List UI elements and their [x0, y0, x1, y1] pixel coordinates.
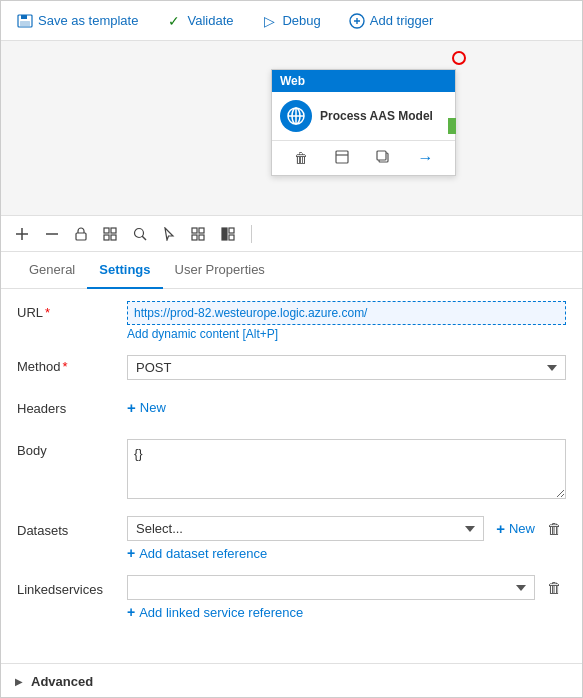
- card-copy-button[interactable]: [372, 148, 394, 169]
- zoom-tool-button[interactable]: [129, 225, 151, 243]
- main-content: General Settings User Properties URL* Ad…: [1, 252, 582, 698]
- debug-button[interactable]: ▷ Debug: [257, 11, 324, 31]
- tabs-header: General Settings User Properties: [1, 252, 582, 289]
- headers-content: + New: [127, 397, 566, 418]
- datasets-select[interactable]: Select...: [127, 516, 484, 541]
- trigger-icon: [349, 13, 365, 29]
- body-label: Body: [17, 439, 127, 458]
- method-select[interactable]: POST GET PUT DELETE PATCH HEAD OPTIONS: [127, 355, 566, 380]
- lock-tool-button[interactable]: [71, 225, 91, 243]
- card-delete-button[interactable]: 🗑: [290, 148, 312, 168]
- tab-settings[interactable]: Settings: [87, 252, 162, 289]
- datasets-row: Datasets Select... + New 🗑 + Add dataset…: [17, 516, 566, 561]
- advanced-chevron-icon: ▶: [15, 676, 23, 687]
- add-tool-button[interactable]: [11, 225, 33, 243]
- svg-rect-19: [111, 235, 116, 240]
- svg-rect-23: [199, 228, 204, 233]
- add-dataset-plus-icon: +: [127, 545, 135, 561]
- card-view-button[interactable]: [331, 148, 353, 169]
- linkedservices-content: 🗑: [127, 575, 566, 600]
- svg-rect-18: [104, 235, 109, 240]
- svg-rect-15: [76, 233, 86, 240]
- url-label: URL*: [17, 301, 127, 320]
- form-area: URL* Add dynamic content [Alt+P] Method*…: [1, 289, 582, 690]
- remove-tool-button[interactable]: [41, 230, 63, 238]
- advanced-label: Advanced: [31, 674, 93, 689]
- add-linked-link[interactable]: + Add linked service reference: [127, 604, 303, 620]
- svg-rect-17: [111, 228, 116, 233]
- body-content: {}: [127, 439, 566, 502]
- datasets-new-button[interactable]: + New: [496, 518, 535, 539]
- advanced-section[interactable]: ▶ Advanced: [1, 663, 582, 698]
- method-label: Method*: [17, 355, 127, 374]
- debug-label: Debug: [282, 13, 320, 28]
- headers-row: Headers + New: [17, 397, 566, 425]
- datasets-new-label: New: [509, 521, 535, 536]
- svg-rect-27: [229, 228, 234, 233]
- debug-icon: ▷: [261, 13, 277, 29]
- toolbar-divider: [251, 225, 252, 243]
- url-input[interactable]: [127, 301, 566, 325]
- add-dynamic-link[interactable]: Add dynamic content [Alt+P]: [127, 327, 566, 341]
- validate-icon: ✓: [166, 13, 182, 29]
- fit-tool-button[interactable]: [99, 225, 121, 243]
- svg-rect-8: [336, 151, 348, 163]
- top-toolbar: Save as template ✓ Validate ▷ Debug Add …: [1, 1, 582, 41]
- card-arrow-button[interactable]: →: [413, 147, 437, 169]
- save-template-button[interactable]: Save as template: [13, 11, 142, 31]
- svg-rect-16: [104, 228, 109, 233]
- linkedservices-delete-button[interactable]: 🗑: [543, 577, 566, 598]
- body-row: Body {}: [17, 439, 566, 502]
- linkedservices-row: Linkedservices 🗑 + Add linked service re…: [17, 575, 566, 620]
- web-card-icon: [280, 100, 312, 132]
- canvas-mini-toolbar: [1, 216, 582, 252]
- tab-general[interactable]: General: [17, 252, 87, 289]
- method-content: POST GET PUT DELETE PATCH HEAD OPTIONS: [127, 355, 566, 380]
- web-card-footer: 🗑 →: [272, 140, 455, 175]
- headers-new-label: New: [140, 400, 166, 415]
- method-required: *: [62, 359, 67, 374]
- url-required: *: [45, 305, 50, 320]
- validate-button[interactable]: ✓ Validate: [162, 11, 237, 31]
- svg-rect-11: [377, 151, 386, 160]
- tab-user-properties[interactable]: User Properties: [163, 252, 277, 289]
- svg-rect-2: [20, 21, 30, 26]
- method-row: Method* POST GET PUT DELETE PATCH HEAD O…: [17, 355, 566, 383]
- web-card-status-dot: [448, 118, 456, 134]
- linkedservices-select[interactable]: [127, 575, 535, 600]
- url-content: Add dynamic content [Alt+P]: [127, 301, 566, 341]
- svg-rect-24: [192, 235, 197, 240]
- url-row: URL* Add dynamic content [Alt+P]: [17, 301, 566, 341]
- web-card-header: Web: [272, 70, 455, 92]
- canvas-area: Web Process AAS Model 🗑 →: [1, 41, 582, 216]
- grid-tool-button[interactable]: [187, 225, 209, 243]
- datasets-delete-button[interactable]: 🗑: [543, 518, 566, 539]
- svg-rect-26: [222, 228, 227, 240]
- body-textarea[interactable]: {}: [127, 439, 566, 499]
- web-card[interactable]: Web Process AAS Model 🗑 →: [271, 69, 456, 176]
- add-trigger-label: Add trigger: [370, 13, 434, 28]
- linkedservices-label: Linkedservices: [17, 578, 127, 597]
- error-indicator: [452, 51, 466, 65]
- web-card-title: Process AAS Model: [320, 109, 433, 123]
- validate-label: Validate: [187, 13, 233, 28]
- add-dataset-label: Add dataset reference: [139, 546, 267, 561]
- cursor-tool-button[interactable]: [159, 225, 179, 243]
- save-template-label: Save as template: [38, 13, 138, 28]
- svg-line-21: [142, 236, 146, 240]
- add-linked-label: Add linked service reference: [139, 605, 303, 620]
- headers-new-button[interactable]: + New: [127, 397, 166, 418]
- add-dataset-link[interactable]: + Add dataset reference: [127, 545, 267, 561]
- web-card-body: Process AAS Model: [272, 92, 455, 140]
- svg-rect-28: [229, 235, 234, 240]
- layout-tool-button[interactable]: [217, 225, 239, 243]
- svg-rect-22: [192, 228, 197, 233]
- add-trigger-button[interactable]: Add trigger: [345, 11, 438, 31]
- datasets-plus-icon: +: [496, 520, 505, 537]
- add-linked-plus-icon: +: [127, 604, 135, 620]
- save-template-icon: [17, 13, 33, 29]
- datasets-content: Select... + New 🗑: [127, 516, 566, 541]
- svg-rect-1: [21, 15, 27, 19]
- svg-rect-25: [199, 235, 204, 240]
- headers-label: Headers: [17, 397, 127, 416]
